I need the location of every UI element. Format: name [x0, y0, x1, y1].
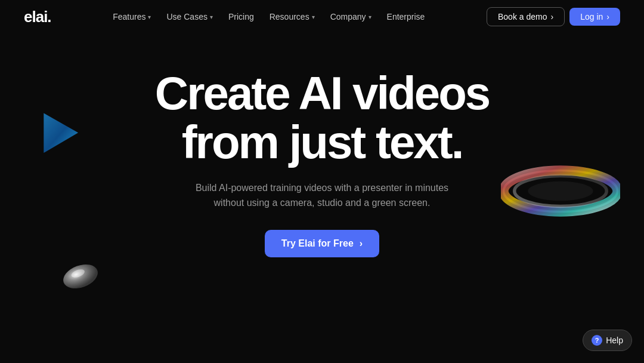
login-label: Log in: [580, 12, 603, 21]
hero-title-line1: Create AI videos: [155, 67, 489, 119]
nav-features-label: Features: [113, 12, 145, 21]
help-icon: ?: [592, 335, 602, 346]
arrow-right-icon: ›: [550, 12, 553, 21]
nav-features[interactable]: Features ▾: [107, 8, 157, 25]
book-demo-label: Book a demo: [498, 12, 547, 21]
svg-point-4: [60, 262, 101, 291]
nav-use-cases-label: Use Cases: [166, 12, 207, 21]
help-label: Help: [606, 336, 623, 345]
nav-links: Features ▾ Use Cases ▾ Pricing Resources…: [107, 8, 431, 25]
nav-pricing[interactable]: Pricing: [222, 8, 260, 25]
nav-enterprise[interactable]: Enterprise: [381, 8, 431, 25]
hero-section: Create AI videos from just text. Build A…: [0, 33, 644, 257]
cta-label: Try Elai for Free: [281, 238, 354, 249]
hero-title-line2: from just text.: [182, 116, 463, 168]
hero-subtitle: Build AI-powered training videos with a …: [196, 180, 448, 211]
chevron-down-icon: ▾: [312, 14, 315, 20]
hero-title: Create AI videos from just text.: [155, 69, 489, 167]
book-demo-button[interactable]: Book a demo ›: [487, 7, 565, 26]
nav-company-label: Company: [330, 12, 366, 21]
nav-resources-label: Resources: [270, 12, 309, 21]
nav-resources[interactable]: Resources ▾: [264, 8, 321, 25]
cta-button[interactable]: Try Elai for Free ›: [265, 230, 379, 257]
help-button[interactable]: ? Help: [583, 330, 632, 351]
navbar: elai. Features ▾ Use Cases ▾ Pricing Res…: [0, 0, 644, 33]
svg-point-5: [70, 268, 86, 279]
site-logo[interactable]: elai.: [24, 8, 51, 26]
logo-text: elai.: [24, 8, 51, 26]
arrow-right-icon: ›: [360, 238, 363, 249]
chevron-down-icon: ▾: [210, 14, 213, 20]
chevron-down-icon: ▾: [369, 14, 371, 20]
nav-company[interactable]: Company ▾: [324, 8, 377, 25]
arrow-right-icon: ›: [606, 12, 609, 21]
chrome-blob-shape: [60, 262, 101, 291]
nav-use-cases[interactable]: Use Cases ▾: [160, 8, 218, 25]
nav-enterprise-label: Enterprise: [387, 12, 425, 21]
chevron-down-icon: ▾: [148, 14, 151, 20]
login-button[interactable]: Log in ›: [569, 8, 620, 26]
nav-actions: Book a demo › Log in ›: [487, 7, 620, 26]
nav-pricing-label: Pricing: [228, 12, 254, 21]
